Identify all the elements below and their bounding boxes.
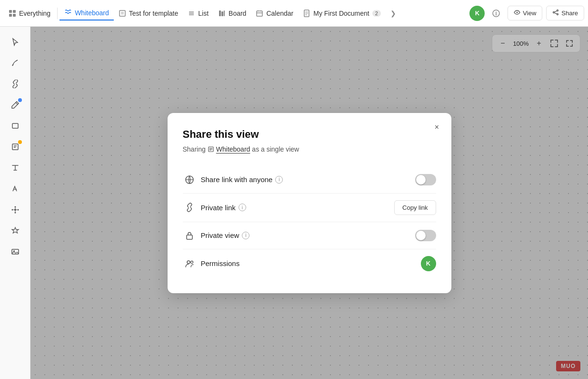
- svg-point-13: [553, 12, 555, 13]
- view-button-label: View: [523, 10, 536, 17]
- svg-rect-15: [12, 123, 18, 128]
- private-link-info-icon[interactable]: i: [239, 204, 246, 211]
- permissions-label: Permissions: [201, 259, 421, 267]
- svg-rect-0: [9, 10, 12, 13]
- tab-list-label: List: [198, 10, 209, 17]
- svg-point-18: [11, 209, 13, 211]
- view-button[interactable]: View: [508, 6, 542, 20]
- whiteboard-view-link[interactable]: Whiteboard: [208, 145, 250, 153]
- tab-whiteboard[interactable]: Whiteboard: [60, 6, 114, 20]
- tool-pen[interactable]: [6, 95, 25, 114]
- lock-icon: [183, 229, 196, 242]
- people-icon: [183, 257, 196, 270]
- modal-title: Share this view: [183, 128, 436, 141]
- svg-rect-4: [120, 10, 125, 16]
- svg-rect-2: [9, 14, 12, 17]
- tool-image[interactable]: [6, 242, 25, 261]
- subtitle-prefix: Sharing: [183, 145, 206, 153]
- svg-rect-1: [13, 10, 16, 13]
- permissions-row: Permissions K: [183, 249, 436, 278]
- svg-rect-5: [219, 10, 221, 16]
- tool-network[interactable]: [6, 200, 25, 219]
- tool-star[interactable]: [6, 221, 25, 240]
- tab-list[interactable]: List: [183, 7, 213, 20]
- svg-point-20: [14, 206, 16, 208]
- document-icon: [303, 10, 310, 17]
- share-link-toggle[interactable]: [415, 174, 436, 185]
- svg-point-12: [557, 10, 558, 11]
- link-icon: [183, 201, 196, 214]
- modal-subtitle: Sharing Whiteboard as a single view: [183, 145, 436, 153]
- tool-cursor[interactable]: [6, 32, 25, 51]
- tool-note[interactable]: [6, 137, 25, 156]
- private-link-row: Private link i Copy link: [183, 194, 436, 222]
- svg-rect-7: [224, 10, 225, 16]
- sidebar: [0, 27, 30, 379]
- doc-badge-count: 2: [372, 10, 381, 17]
- tab-board[interactable]: Board: [213, 7, 251, 20]
- avatar[interactable]: K: [469, 6, 485, 21]
- svg-point-23: [13, 250, 15, 252]
- svg-rect-16: [12, 144, 18, 150]
- svg-point-19: [17, 209, 19, 211]
- modal-close-button[interactable]: ×: [430, 121, 444, 134]
- tool-text[interactable]: [6, 158, 25, 177]
- svg-point-14: [557, 14, 558, 15]
- tab-whiteboard-label: Whiteboard: [75, 9, 109, 17]
- svg-point-11: [517, 12, 518, 13]
- share-link-label: Share link with anyone i: [201, 175, 415, 184]
- svg-rect-6: [221, 11, 223, 16]
- share-button[interactable]: Share: [546, 6, 584, 20]
- tool-draw[interactable]: [6, 53, 25, 72]
- view-link-text: Whiteboard: [216, 145, 250, 153]
- tool-rectangle[interactable]: [6, 116, 25, 135]
- copy-link-button[interactable]: Copy link: [394, 200, 436, 215]
- divider-1: [57, 8, 58, 19]
- private-view-label: Private view i: [201, 231, 415, 239]
- private-view-toggle[interactable]: [415, 230, 436, 241]
- share-link-info-icon[interactable]: i: [275, 176, 283, 184]
- modal-overlay[interactable]: × Share this view Sharing Whiteboard as …: [30, 27, 588, 379]
- permissions-avatar[interactable]: K: [421, 256, 436, 271]
- tab-calendar[interactable]: Calendar: [251, 7, 298, 20]
- sidebar-icon: [9, 10, 16, 17]
- topbar: Everything Whiteboard Test for template: [0, 0, 588, 27]
- svg-point-17: [14, 209, 16, 211]
- tool-pencil[interactable]: [6, 179, 25, 198]
- tab-calendar-label: Calendar: [266, 10, 293, 17]
- chevron-right-icon: ❯: [390, 10, 396, 17]
- private-view-info-icon[interactable]: i: [242, 232, 249, 239]
- template-icon: [119, 10, 126, 17]
- private-view-row: Private view i: [183, 222, 436, 249]
- tab-test-template-label: Test for template: [129, 10, 179, 17]
- whiteboard-icon: [64, 9, 72, 17]
- share-modal: × Share this view Sharing Whiteboard as …: [168, 113, 451, 293]
- tab-test-template[interactable]: Test for template: [114, 7, 183, 20]
- tab-everything[interactable]: Everything: [4, 7, 55, 20]
- svg-rect-22: [12, 249, 19, 254]
- private-view-toggle-knob: [416, 231, 426, 240]
- share-link-toggle-knob: [416, 175, 426, 184]
- note-dot: [18, 140, 22, 144]
- svg-rect-3: [13, 14, 16, 17]
- svg-point-21: [14, 212, 16, 214]
- tool-link[interactable]: [6, 74, 25, 93]
- svg-rect-26: [187, 235, 192, 239]
- share-icon: [552, 9, 559, 17]
- share-button-label: Share: [561, 10, 578, 17]
- svg-point-28: [190, 261, 193, 263]
- subtitle-suffix: as a single view: [252, 145, 299, 153]
- tab-everything-label: Everything: [19, 10, 50, 17]
- tab-more-button[interactable]: ❯: [386, 7, 401, 20]
- canvas-area[interactable]: − 100% + ×: [30, 27, 588, 379]
- tab-my-first-doc[interactable]: My First Document 2: [298, 7, 386, 20]
- info-button[interactable]: [488, 6, 504, 21]
- topbar-right: K View: [469, 6, 584, 21]
- tab-my-first-doc-label: My First Document: [313, 10, 369, 17]
- main-area: − 100% + ×: [0, 27, 588, 379]
- share-link-row: Share link with anyone i: [183, 166, 436, 194]
- view-icon: [514, 9, 520, 17]
- private-link-label: Private link i: [201, 204, 395, 212]
- pen-dot: [18, 98, 22, 102]
- board-icon: [218, 10, 226, 17]
